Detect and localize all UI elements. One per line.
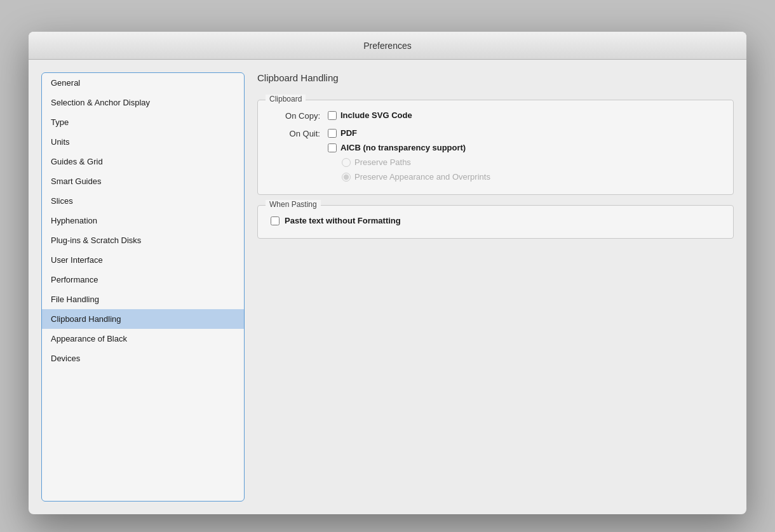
- on-quit-label: On Quit:: [271, 128, 328, 138]
- when-pasting-legend: When Pasting: [266, 200, 321, 209]
- clipboard-panel: Clipboard On Copy: Include SVG Code On Q…: [257, 100, 734, 195]
- sidebar-item-units[interactable]: Units: [42, 132, 244, 152]
- sidebar: General Selection & Anchor Display Type …: [41, 72, 245, 502]
- on-quit-controls: PDF AICB (no transparency support) Prese…: [328, 128, 490, 182]
- main-content: Clipboard Handling Clipboard On Copy: In…: [257, 72, 734, 502]
- paste-row: Paste text without Formatting: [271, 216, 720, 225]
- sidebar-item-devices[interactable]: Devices: [42, 349, 244, 368]
- sidebar-item-guides-grid[interactable]: Guides & Grid: [42, 152, 244, 171]
- include-svg-row: Include SVG Code: [328, 110, 412, 120]
- section-title: Clipboard Handling: [257, 72, 734, 83]
- sidebar-item-type[interactable]: Type: [42, 112, 244, 132]
- preserve-appearance-row: Preserve Appearance and Overprints: [342, 172, 490, 182]
- pdf-checkbox[interactable]: [328, 129, 337, 138]
- aicb-row: AICB (no transparency support): [328, 143, 490, 152]
- preserve-appearance-radio[interactable]: [342, 173, 351, 182]
- sidebar-item-hyphenation[interactable]: Hyphenation: [42, 211, 244, 230]
- aicb-label: AICB (no transparency support): [340, 143, 466, 152]
- preserve-paths-radio[interactable]: [342, 158, 351, 167]
- when-pasting-panel: When Pasting Paste text without Formatti…: [257, 205, 734, 239]
- include-svg-label: Include SVG Code: [340, 110, 412, 120]
- on-copy-controls: Include SVG Code: [328, 110, 412, 120]
- on-quit-row: On Quit: PDF AICB (no transparency suppo…: [271, 128, 720, 182]
- sidebar-item-smart-guides[interactable]: Smart Guides: [42, 171, 244, 191]
- on-copy-label: On Copy:: [271, 110, 328, 121]
- sidebar-item-plugins-scratch[interactable]: Plug-ins & Scratch Disks: [42, 230, 244, 250]
- aicb-checkbox[interactable]: [328, 143, 337, 152]
- window-title: Preferences: [363, 41, 411, 51]
- sidebar-item-general[interactable]: General: [42, 73, 244, 93]
- preferences-window: Preferences General Selection & Anchor D…: [29, 32, 746, 514]
- sidebar-item-appearance-of-black[interactable]: Appearance of Black: [42, 329, 244, 349]
- include-svg-checkbox[interactable]: [328, 111, 337, 120]
- preserve-paths-row: Preserve Paths: [342, 157, 490, 167]
- paste-text-label: Paste text without Formatting: [285, 216, 401, 225]
- preserve-appearance-label: Preserve Appearance and Overprints: [354, 172, 490, 182]
- on-copy-row: On Copy: Include SVG Code: [271, 110, 720, 121]
- paste-text-checkbox[interactable]: [271, 216, 280, 225]
- title-bar: Preferences: [29, 32, 746, 60]
- clipboard-panel-legend: Clipboard: [266, 95, 306, 103]
- sidebar-item-clipboard-handling[interactable]: Clipboard Handling: [42, 309, 244, 329]
- window-body: General Selection & Anchor Display Type …: [29, 60, 746, 514]
- sidebar-item-slices[interactable]: Slices: [42, 191, 244, 211]
- preserve-paths-label: Preserve Paths: [354, 157, 411, 167]
- sidebar-item-selection-anchor-display[interactable]: Selection & Anchor Display: [42, 93, 244, 112]
- pdf-row: PDF: [328, 128, 490, 138]
- sidebar-item-performance[interactable]: Performance: [42, 270, 244, 289]
- pdf-label: PDF: [340, 128, 357, 138]
- aicb-radio-group: Preserve Paths Preserve Appearance and O…: [328, 157, 490, 182]
- sidebar-item-user-interface[interactable]: User Interface: [42, 250, 244, 270]
- sidebar-item-file-handling[interactable]: File Handling: [42, 289, 244, 309]
